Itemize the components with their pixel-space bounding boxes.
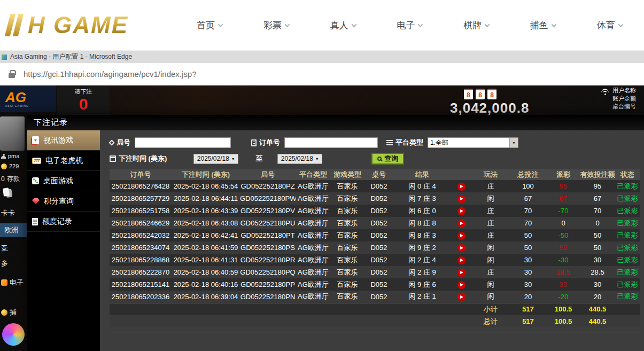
nav-item-home[interactable]: 首页	[197, 19, 222, 32]
coin-balance-row: 229	[1, 163, 19, 169]
nav-item-fishing[interactable]: 捕鱼	[530, 19, 556, 32]
column-header: 玩法	[472, 169, 509, 180]
game-viewport: AG ASIA GAMING 请下注 0 8 8 8 3,042,000.8 用…	[0, 85, 644, 351]
username-label: 用户名称	[612, 87, 636, 94]
nav-item-lottery[interactable]: 彩票	[263, 19, 289, 32]
chevron-down-icon	[218, 22, 223, 27]
total-row: 总计517100.5440.5	[110, 315, 640, 327]
magnifier-icon	[377, 157, 382, 161]
date-from-value: 2025/02/18	[197, 155, 229, 162]
column-header: 派彩	[547, 169, 580, 180]
menu-item-table-games[interactable]: 桌面游戏	[27, 171, 100, 191]
chevron-down-icon	[285, 22, 290, 27]
table-row: 2502180652151412025-02-18 06:40:16GD0522…	[110, 278, 640, 291]
rail-item-electronic[interactable]: 电子	[1, 278, 24, 287]
window-title: Asia Gaming - 用户配置 1 - Microsoft Edge	[10, 52, 132, 61]
date-to-select[interactable]: 2025/02/18 ▼	[277, 154, 322, 164]
slot-icon	[1, 279, 7, 286]
column-header: 订单号	[110, 169, 172, 180]
logo-mark-icon	[5, 13, 25, 37]
rail-item-jing[interactable]: 竞	[1, 244, 8, 253]
card-icon: 8	[464, 89, 473, 99]
nav-item-electronic[interactable]: 电子	[397, 19, 422, 32]
query-button[interactable]: 查询	[371, 153, 404, 165]
chevron-down-icon	[418, 22, 423, 27]
game-no-input[interactable]	[135, 137, 231, 148]
window-title-bar: Asia Gaming - 用户配置 1 - Microsoft Edge	[0, 51, 644, 63]
deposit-button[interactable]: 0 存款	[1, 174, 20, 183]
nav-label: 捕鱼	[530, 19, 548, 32]
to-label: 至	[255, 154, 262, 163]
dice-icon	[32, 177, 39, 184]
nav-item-chess[interactable]: 棋牌	[463, 19, 489, 32]
records-tbody: 2502180652764282025-02-18 06:45:54GD0522…	[110, 180, 640, 327]
table-number-label: 桌台编号	[612, 103, 636, 110]
coin-balance: 229	[9, 163, 19, 169]
dropdown-arrow-icon: ▼	[315, 157, 319, 161]
card-icon: 8	[476, 89, 485, 99]
replay-button[interactable]	[457, 195, 465, 203]
platform-type-label: 平台类型	[395, 138, 423, 147]
session-info: 用户名称 账户余额 桌台编号	[612, 87, 636, 110]
bet-records-modal: 下注记录 视讯游戏 电子老虎机 桌面游戏	[27, 115, 644, 351]
table-footer-divider	[110, 332, 640, 332]
replay-button[interactable]	[457, 256, 465, 264]
url-text[interactable]: https://gci.1hhapi.com/agingame/pcv1/ind…	[24, 69, 197, 79]
balance-label: 账户余额	[612, 95, 636, 102]
ag-logo-text: AG	[5, 90, 56, 104]
ag-logo-subtext: ASIA GAMING	[5, 104, 56, 107]
menu-item-label: 桌面游戏	[43, 176, 73, 186]
platform-type-select[interactable]: 1.全部 ▼	[428, 137, 518, 148]
bet-prompt: 请下注	[57, 88, 110, 96]
column-header: 状态	[615, 169, 640, 180]
replay-button[interactable]	[457, 244, 465, 252]
rail-item-duo[interactable]: 多	[1, 259, 8, 268]
replay-button[interactable]	[457, 183, 465, 191]
replay-button[interactable]	[457, 269, 465, 277]
fish-icon	[1, 309, 7, 316]
logo[interactable]: H GAME	[5, 12, 176, 38]
slot-777-icon	[32, 158, 41, 164]
game-no-label: 局号	[117, 138, 130, 147]
replay-button[interactable]	[457, 232, 465, 240]
date-from-select[interactable]: 2025/02/18 ▼	[193, 154, 238, 164]
bet-timer-panel: 请下注 0	[57, 87, 110, 115]
replay-button[interactable]	[457, 207, 465, 215]
column-header	[451, 169, 472, 180]
nav-label: 彩票	[263, 19, 282, 32]
rail-item-kaka[interactable]: 卡卡	[1, 208, 15, 218]
column-header: 下注时间 (美东)	[172, 169, 240, 180]
chevron-down-icon	[618, 22, 623, 27]
card-icon: 8	[487, 89, 496, 99]
replay-button[interactable]	[457, 220, 465, 228]
nav-item-sports[interactable]: 体育	[597, 19, 623, 32]
menu-item-label: 额度记录	[42, 217, 72, 227]
rail-item-fishing[interactable]: 捕	[1, 308, 17, 317]
tag-icon	[108, 139, 114, 145]
menu-item-quota-records[interactable]: 额度记录	[27, 212, 100, 232]
table-row: 2502180652420322025-02-18 06:42:41GD0522…	[110, 229, 640, 241]
replay-button[interactable]	[457, 281, 465, 289]
nav-item-live[interactable]: 真人	[330, 19, 356, 32]
document-icon	[32, 218, 38, 225]
table-row: 2502180652466292025-02-18 06:43:08GD0522…	[110, 217, 640, 229]
table-row: 2502180652517582025-02-18 06:43:39GD0522…	[110, 205, 640, 217]
order-no-input[interactable]	[284, 137, 378, 148]
rail-item-europe[interactable]: 欧洲	[0, 223, 27, 237]
menu-item-points-query[interactable]: 积分查询	[27, 191, 100, 212]
ag-logo: AG ASIA GAMING	[0, 85, 56, 112]
cards-thumbnail-icon	[3, 188, 10, 196]
menu-item-video-games[interactable]: 视讯游戏	[27, 130, 100, 151]
order-no-group: 订单号	[251, 138, 280, 147]
nav-label: 棋牌	[463, 19, 482, 32]
column-header: 游戏类型	[331, 169, 364, 180]
menu-item-label: 积分查询	[44, 197, 74, 206]
menu-item-slots[interactable]: 电子老虎机	[27, 151, 100, 171]
platform-group: 平台类型	[386, 138, 423, 147]
list-icon	[386, 140, 393, 145]
bet-timer: 0	[57, 96, 110, 113]
menu-item-label: 视讯游戏	[43, 136, 73, 145]
replay-button[interactable]	[457, 293, 465, 301]
promo-badge-icon[interactable]	[2, 323, 25, 346]
table-header-row: 订单号下注时间 (美东)局号平台类型游戏类型桌号结果玩法总投注派彩有效投注额状态	[110, 169, 640, 180]
